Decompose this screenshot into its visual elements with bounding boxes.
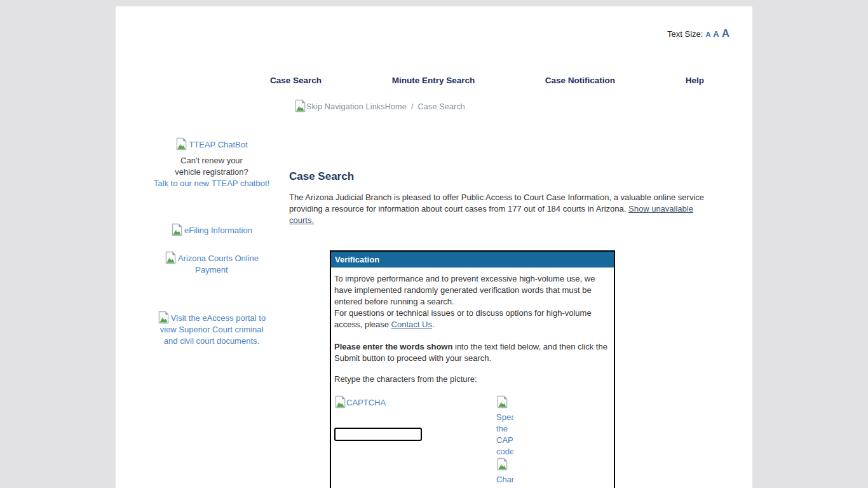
intro-paragraph: The Arizona Judicial Branch is pleased t…	[289, 192, 719, 226]
speak-captcha-link[interactable]: Speak the CAPTCHA code	[496, 395, 513, 458]
tteap-chatbot-link[interactable]: TTEAP ChatBot	[189, 140, 247, 149]
sidebar-chatbot-block: TTEAP ChatBot Can't renew your vehicle r…	[153, 137, 271, 189]
broken-image-icon	[334, 395, 346, 409]
captcha-input[interactable]	[334, 428, 422, 441]
breadcrumb: Skip Navigation LinksHome/Case Search	[294, 99, 465, 112]
verification-panel: Verification To improve performance and …	[330, 250, 615, 488]
breadcrumb-separator: /	[411, 102, 414, 111]
text-size-label: Text Size:	[667, 29, 703, 39]
broken-image-icon	[294, 99, 306, 112]
captcha-aux-controls: Speak the CAPTCHA code Change the CAPTCH…	[496, 395, 513, 488]
sidebar-eaccess-block: Visit the eAccess portal to view Superio…	[153, 311, 271, 347]
sidebar-efiling-block: eFiling Information	[153, 223, 271, 236]
text-size-large-button[interactable]: A	[722, 27, 729, 39]
captcha-section: CAPTCHA Speak the CAPTCHA code Change th…	[334, 395, 611, 441]
change-captcha-alt-text: Change the CAPTCHA code	[496, 475, 513, 488]
efiling-information-link[interactable]: eFiling Information	[184, 226, 252, 235]
captcha-alt-text: CAPTCHA	[346, 398, 386, 407]
verification-header: Verification	[331, 252, 614, 268]
captcha-image: CAPTCHA	[334, 395, 611, 409]
chatbot-text-line1: Can't renew your	[153, 155, 271, 166]
speak-captcha-alt-text: Speak the CAPTCHA code	[496, 412, 513, 456]
verification-notice-text: To improve performance and to prevent ex…	[334, 274, 595, 306]
change-captcha-link[interactable]: Change the CAPTCHA code	[496, 458, 513, 488]
text-size-control: Text Size:AAA	[667, 27, 729, 40]
nav-help[interactable]: Help	[686, 76, 704, 85]
text-size-medium-button[interactable]: A	[713, 29, 719, 39]
text-size-small-button[interactable]: A	[705, 30, 710, 38]
verification-contact-period: .	[432, 320, 435, 329]
contact-us-link[interactable]: Contact Us	[391, 320, 432, 329]
verification-contact-text: For questions or technical issues or to …	[334, 308, 592, 329]
online-payment-link[interactable]: Arizona Courts Online Payment	[178, 254, 259, 274]
content-area: Text Size:AAA Case Search Minute Entry S…	[116, 6, 752, 488]
breadcrumb-home-link[interactable]: Home	[385, 102, 407, 111]
nav-case-search[interactable]: Case Search	[270, 76, 322, 85]
broken-image-icon	[175, 137, 187, 151]
tteap-chatbot-talk-link[interactable]: Talk to our new TTEAP chatbot!	[154, 179, 269, 188]
breadcrumb-current: Case Search	[418, 102, 465, 111]
refresh-icon	[496, 458, 508, 471]
eaccess-portal-link[interactable]: Visit the eAccess portal to view Superio…	[160, 313, 266, 346]
broken-image-icon	[158, 311, 170, 324]
speaker-icon	[496, 395, 508, 409]
nav-minute-entry-search[interactable]: Minute Entry Search	[392, 76, 475, 85]
page-title: Case Search	[289, 170, 354, 183]
broken-image-icon	[171, 223, 183, 236]
verification-notice: To improve performance and to prevent ex…	[334, 273, 611, 330]
sidebar-payment-block: Arizona Courts Online Payment	[153, 251, 271, 276]
retype-label: Retype the characters from the picture:	[334, 374, 611, 385]
verification-instructions: Please enter the words shown into the te…	[334, 341, 611, 364]
skip-navigation-link[interactable]: Skip Navigation Links	[306, 102, 385, 111]
instructions-bold: Please enter the words shown	[334, 342, 452, 351]
chatbot-text-line2: vehicle registration?	[153, 166, 271, 178]
broken-image-icon	[165, 251, 177, 264]
nav-case-notification[interactable]: Case Notification	[545, 76, 615, 85]
main-navigation: Case Search Minute Entry Search Case Not…	[270, 76, 704, 85]
